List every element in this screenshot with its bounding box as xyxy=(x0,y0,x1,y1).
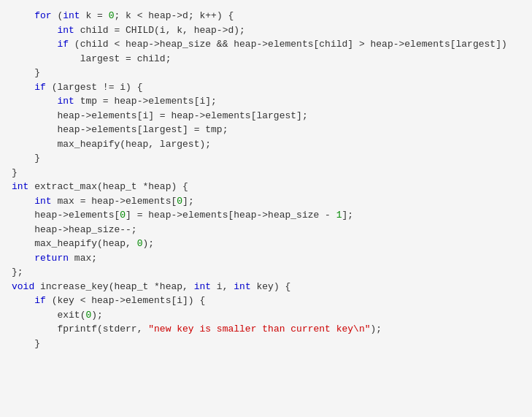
code-line: heap->elements[largest] = tmp; xyxy=(12,123,520,137)
code-token: } xyxy=(34,338,40,349)
code-line: if (largest != i) { xyxy=(12,80,520,95)
code-token: } xyxy=(34,153,40,164)
code-token: key) { xyxy=(251,281,291,292)
code-line: max_heapify(heap, 0); xyxy=(12,237,520,251)
code-token xyxy=(12,324,57,334)
code-token: max_heapify(heap, xyxy=(34,238,136,249)
code-token: heap->elements[ xyxy=(34,210,120,221)
code-token xyxy=(12,53,80,64)
code-block: for (int k = 0; k < heap->d; k++) { int … xyxy=(0,6,532,353)
code-token: if xyxy=(34,82,46,93)
code-line: int extract_max(heap_t *heap) { xyxy=(12,180,520,194)
code-token xyxy=(12,224,34,235)
code-token xyxy=(12,153,34,164)
code-token: int xyxy=(57,25,74,36)
code-token: ]; xyxy=(342,210,354,221)
code-token xyxy=(12,253,34,264)
code-line: int child = CHILD(i, k, heap->d); xyxy=(12,23,520,38)
code-token xyxy=(12,82,34,93)
code-line: heap->elements[0] = heap->elements[heap-… xyxy=(12,208,520,223)
code-token: ); xyxy=(371,324,382,334)
code-token: max = heap->elements[ xyxy=(52,196,177,207)
code-token: ; k < heap->d; k++) { xyxy=(114,10,234,21)
code-token: ( xyxy=(52,10,63,21)
code-line: int max = heap->elements[0]; xyxy=(12,194,520,209)
code-token: (child < heap->heap_size && heap->elemen… xyxy=(69,39,507,50)
code-token xyxy=(12,196,34,207)
code-token xyxy=(12,25,57,36)
code-token: heap->elements[largest] = tmp; xyxy=(57,124,228,135)
code-line: for (int k = 0; k < heap->d; k++) { xyxy=(12,9,520,23)
code-token: int xyxy=(12,181,28,192)
code-token: tmp = heap->elements[i]; xyxy=(74,96,217,107)
code-token: void xyxy=(12,281,34,292)
code-line: int tmp = heap->elements[i]; xyxy=(12,94,520,109)
code-token: increase_key(heap_t *heap, xyxy=(34,281,193,292)
code-token: ] = heap->elements[heap->heap_size - xyxy=(126,210,336,221)
code-token: fprintf(stderr, xyxy=(57,324,148,334)
code-token xyxy=(12,238,34,249)
code-token: for xyxy=(34,10,51,21)
code-token: int xyxy=(194,281,211,292)
code-token: (key < heap->elements[i]) { xyxy=(46,295,205,306)
code-container: for (int k = 0; k < heap->d; k++) { int … xyxy=(0,0,532,417)
code-line: heap->heap_size--; xyxy=(12,223,520,237)
code-token xyxy=(12,96,57,107)
code-token xyxy=(12,295,34,306)
code-token: return xyxy=(34,253,69,264)
code-token xyxy=(12,67,34,78)
code-line: void increase_key(heap_t *heap, int i, i… xyxy=(12,280,520,294)
code-token: exit( xyxy=(57,310,85,321)
code-line: if (child < heap->heap_size && heap->ele… xyxy=(12,37,520,52)
code-token: } xyxy=(34,67,40,78)
code-line: largest = child; xyxy=(12,52,520,66)
code-token: extract_max(heap_t *heap) { xyxy=(28,181,188,192)
code-line: heap->elements[i] = heap->elements[large… xyxy=(12,109,520,123)
code-token: int xyxy=(63,10,80,21)
code-token xyxy=(12,110,57,121)
code-line: return max; xyxy=(12,251,520,266)
code-line: } xyxy=(12,66,520,80)
code-token: int xyxy=(234,281,250,292)
code-line: max_heapify(heap, largest); xyxy=(12,137,520,152)
code-line: }; xyxy=(12,265,520,280)
code-line: fprintf(stderr, "new key is smaller than… xyxy=(12,322,520,337)
code-token: max; xyxy=(69,253,97,264)
code-line: } xyxy=(12,337,520,351)
code-line: if (key < heap->elements[i]) { xyxy=(12,294,520,308)
code-token: int xyxy=(57,96,74,107)
code-token: "new key is smaller than current key\n" xyxy=(148,324,370,334)
code-line: exit(0); xyxy=(12,308,520,323)
code-token xyxy=(12,338,34,349)
code-token: heap->elements[i] = heap->elements[large… xyxy=(57,110,307,121)
code-token xyxy=(12,39,57,50)
code-token: 0 xyxy=(177,196,182,207)
code-token: ); xyxy=(91,310,103,321)
code-line: } xyxy=(12,166,520,180)
code-token xyxy=(12,124,57,135)
code-token: } xyxy=(12,167,18,178)
code-token: max_heapify(heap, largest); xyxy=(57,139,211,150)
code-token xyxy=(12,210,34,221)
code-token xyxy=(12,10,34,21)
code-line: } xyxy=(12,151,520,166)
code-token: if xyxy=(34,295,46,306)
code-token: ); xyxy=(142,238,154,249)
code-token: }; xyxy=(12,267,23,278)
code-token: largest = child; xyxy=(80,53,171,64)
code-token: int xyxy=(34,196,51,207)
code-token: heap->heap_size--; xyxy=(34,224,136,235)
code-token: 1 xyxy=(336,210,342,221)
code-token: (largest != i) { xyxy=(46,82,143,93)
code-token xyxy=(12,310,57,321)
code-token xyxy=(12,139,57,150)
code-token: child = CHILD(i, k, heap->d); xyxy=(74,25,245,36)
code-token: i, xyxy=(211,281,234,292)
code-token: k = xyxy=(80,10,109,21)
code-token: ]; xyxy=(182,196,194,207)
code-token: if xyxy=(57,39,69,50)
code-token: 0 xyxy=(120,210,126,221)
